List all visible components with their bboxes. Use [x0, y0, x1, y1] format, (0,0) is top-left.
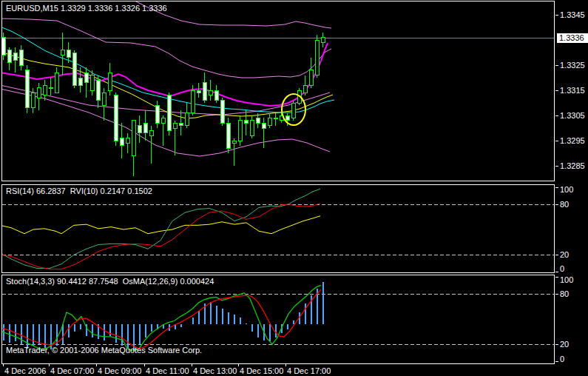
rsi-label: RSI(14) 66.2837 RVI(10) 0.2147 0.1502 [6, 187, 152, 195]
indicator-axis-label: 20 [560, 340, 569, 349]
price-axis-label: 1.3285 [560, 161, 585, 170]
price-axis-label: 1.3315 [560, 86, 585, 95]
price-axis-label: 1.3295 [560, 136, 585, 145]
time-axis-label: 4 Dec 11:00 [146, 366, 189, 375]
time-axis-label: 4 Dec 2006 [4, 366, 46, 375]
price-axis-label: 1.3325 [560, 61, 585, 70]
time-axis-label: 4 Dec 13:00 [193, 366, 237, 375]
price-axis-label: 1.3305 [560, 111, 585, 120]
indicator-axis-label: 0 [560, 264, 564, 273]
rsi-indicator-panel[interactable] [1, 184, 555, 273]
time-axis-label: 4 Dec 17:00 [287, 366, 331, 375]
indicator-axis-label: 20 [560, 250, 569, 259]
chart-window: EURUSD,M15 1.3329 1.3336 1.3326 1.3336 R… [0, 0, 588, 376]
indicator-axis-label: 80 [560, 289, 569, 298]
stoch-label: Stoch(14,3,3) 90.4412 87.7548 OsMA(12,26… [6, 277, 214, 286]
time-axis-label: 4 Dec 15:00 [240, 366, 283, 375]
price-axis[interactable] [555, 0, 588, 364]
indicator-axis-label: 100 [560, 185, 573, 194]
time-axis-label: 4 Dec 09:00 [98, 366, 141, 375]
indicator-axis-label: 80 [560, 200, 569, 209]
symbol-period-label: EURUSD,M15 [6, 4, 58, 13]
main-chart-panel[interactable] [1, 1, 555, 181]
indicator-axis-label: 100 [560, 275, 573, 284]
ohlc-values-label: 1.3329 1.3336 1.3326 1.3336 [61, 4, 167, 13]
bid-price-label: 1.3336 [557, 33, 588, 43]
copyright-text: MetaTrader, © 2001-2006 MetaQuotes Softw… [6, 346, 202, 355]
chart-title: EURUSD,M15 1.3329 1.3336 1.3326 1.3336 [6, 4, 167, 13]
indicator-axis-label: 0 [560, 355, 564, 363]
time-axis-label: 4 Dec 07:00 [50, 366, 94, 375]
price-axis-label: 1.3345 [560, 10, 585, 19]
